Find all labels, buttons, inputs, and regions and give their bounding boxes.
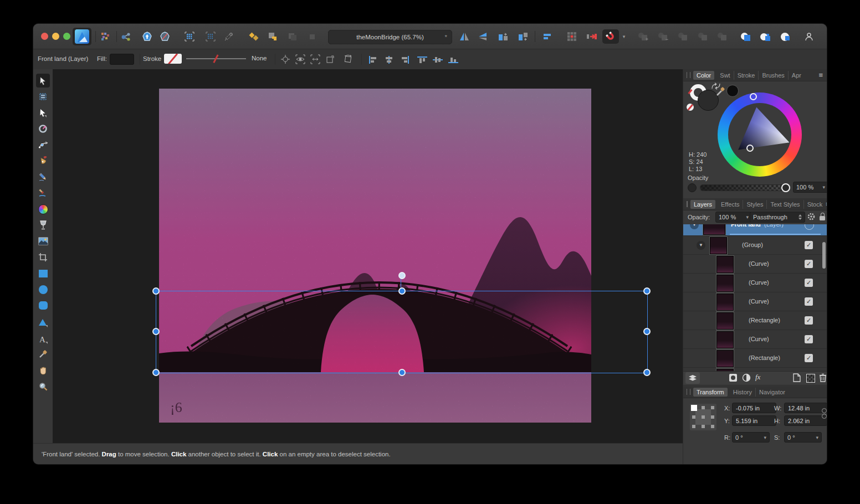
tab-swatches[interactable]: Swt bbox=[716, 71, 734, 80]
cycle-selection-box-icon[interactable] bbox=[279, 53, 292, 65]
close-button[interactable] bbox=[41, 33, 48, 40]
layer-thumbnail[interactable] bbox=[716, 331, 734, 348]
free-transform-icon[interactable] bbox=[221, 29, 237, 44]
rotation-select[interactable]: 0 °▾ bbox=[732, 432, 770, 443]
panel-menu-icon[interactable]: ≡ bbox=[826, 200, 827, 208]
layer-row[interactable]: (Curve) ✓ bbox=[683, 292, 827, 311]
opacity-swatch[interactable] bbox=[688, 183, 697, 192]
fill-swatch[interactable] bbox=[110, 54, 134, 65]
node-tool[interactable] bbox=[36, 106, 50, 120]
tab-brushes[interactable]: Brushes bbox=[759, 71, 788, 80]
color-picker-tool[interactable] bbox=[36, 347, 50, 361]
selection-handle-bottom-right[interactable] bbox=[643, 369, 651, 376]
align-middle-icon[interactable] bbox=[431, 53, 444, 65]
rounded-rectangle-tool[interactable] bbox=[36, 299, 50, 312]
insert-inside-icon[interactable] bbox=[777, 29, 794, 44]
forward-one-icon[interactable] bbox=[304, 29, 320, 44]
layer-row[interactable]: (Rectangle) ✓ bbox=[683, 349, 827, 368]
selection-bounds[interactable] bbox=[156, 291, 648, 373]
layer-row[interactable]: (Curve) ✓ bbox=[683, 255, 827, 274]
color-fill-tool[interactable] bbox=[36, 202, 50, 216]
layer-visibility-checkbox[interactable]: ✓ bbox=[805, 260, 813, 268]
y-field[interactable]: 5.159 in bbox=[732, 415, 776, 426]
boolean-add-icon[interactable]: + bbox=[634, 29, 651, 44]
h-field[interactable]: 2.062 in bbox=[784, 415, 827, 426]
selection-handle-mid-right[interactable] bbox=[643, 328, 651, 335]
transparency-tool[interactable] bbox=[36, 218, 50, 232]
share-nodes-icon[interactable] bbox=[117, 29, 134, 44]
minimize-button[interactable] bbox=[52, 33, 59, 40]
anchor-point-selector[interactable] bbox=[690, 404, 716, 430]
layers-opacity-select[interactable]: 100 % ▾ bbox=[715, 212, 752, 223]
panel-grip[interactable] bbox=[687, 201, 688, 207]
opacity-slider[interactable] bbox=[700, 184, 787, 191]
rectangle-tool[interactable] bbox=[36, 266, 50, 280]
hue-selector[interactable] bbox=[750, 93, 757, 100]
zoom-tool[interactable] bbox=[36, 379, 50, 393]
selection-handle-top-left[interactable] bbox=[152, 287, 160, 295]
vector-brush-tool[interactable] bbox=[36, 186, 50, 200]
move-whole-pixels-icon[interactable] bbox=[583, 29, 600, 44]
alignment-icon[interactable] bbox=[539, 29, 556, 44]
zoom-button[interactable] bbox=[63, 33, 70, 40]
boolean-subtract-icon[interactable]: − bbox=[654, 29, 671, 44]
rotate-selection-icon[interactable] bbox=[341, 53, 355, 65]
boolean-divide-icon[interactable] bbox=[694, 29, 711, 44]
blend-mode-select[interactable]: Passthrough bbox=[750, 212, 805, 223]
layer-stack-icon[interactable] bbox=[685, 372, 700, 384]
tab-appearance[interactable]: Apr bbox=[789, 71, 805, 80]
insert-on-top-icon[interactable] bbox=[264, 29, 281, 44]
selection-handle-bottom-left[interactable] bbox=[152, 369, 160, 376]
tab-text-styles[interactable]: Text Styles bbox=[767, 200, 803, 209]
opacity-slider-handle[interactable] bbox=[781, 183, 790, 192]
layer-row-selected[interactable]: ▼ Front land (Layer) bbox=[683, 224, 827, 236]
crop-tool[interactable] bbox=[36, 250, 50, 264]
tab-styles[interactable]: Styles bbox=[743, 200, 767, 209]
layer-visibility-checkbox[interactable]: ✓ bbox=[805, 335, 813, 343]
new-layer-icon[interactable] bbox=[793, 373, 801, 382]
delete-layer-trash-icon[interactable] bbox=[819, 373, 827, 382]
point-transform-tool[interactable] bbox=[36, 122, 50, 136]
place-image-tool[interactable] bbox=[36, 234, 50, 248]
tab-stroke[interactable]: Stroke bbox=[734, 71, 759, 80]
opacity-value-select[interactable]: 100 % ▾ bbox=[793, 182, 827, 193]
layer-thumbnail[interactable] bbox=[703, 224, 725, 235]
scale-with-object-icon[interactable] bbox=[309, 53, 322, 65]
align-center-icon[interactable] bbox=[382, 53, 395, 65]
swatch-grid-icon[interactable] bbox=[97, 29, 114, 44]
rotation-handle[interactable] bbox=[398, 272, 406, 279]
selection-handle-top-center[interactable] bbox=[398, 287, 406, 295]
view-hand-tool[interactable] bbox=[36, 363, 50, 377]
layer-thumbnail[interactable] bbox=[716, 294, 734, 311]
tab-stock[interactable]: Stock bbox=[804, 200, 826, 209]
back-one-icon[interactable] bbox=[284, 29, 301, 44]
layer-row[interactable]: (Rectangle) ✓ bbox=[683, 311, 827, 330]
selection-handle-top-right[interactable] bbox=[643, 287, 651, 295]
pencil-tool[interactable] bbox=[36, 170, 50, 184]
anchor-top-left-selected[interactable] bbox=[691, 405, 697, 411]
shear-select[interactable]: 0 °▾ bbox=[784, 432, 822, 443]
layers-scrollbar[interactable] bbox=[822, 242, 826, 269]
show-selection-icon[interactable] bbox=[294, 53, 307, 65]
panel-grip[interactable] bbox=[687, 389, 690, 395]
document-title[interactable]: theMoonBridge (65.7%) * bbox=[328, 30, 452, 44]
corner-tool[interactable] bbox=[36, 138, 50, 152]
layer-effects-fx-icon[interactable]: fx bbox=[755, 373, 760, 382]
adjustment-layer-icon[interactable] bbox=[742, 373, 751, 382]
layer-visibility-checkbox[interactable]: ✓ bbox=[805, 297, 813, 306]
tab-effects[interactable]: Effects bbox=[718, 200, 743, 209]
align-bottom-icon[interactable] bbox=[446, 53, 459, 65]
x-field[interactable]: -0.075 in bbox=[732, 403, 776, 413]
text-tool[interactable]: A bbox=[36, 332, 50, 346]
triangle-tool[interactable] bbox=[36, 316, 50, 330]
lock-icon[interactable] bbox=[820, 216, 825, 220]
layer-visibility-checkbox[interactable]: ✓ bbox=[805, 354, 813, 362]
stroke-swatch[interactable] bbox=[164, 54, 182, 64]
link-dimensions-icon[interactable] bbox=[822, 408, 827, 419]
layer-thumbnail[interactable] bbox=[716, 275, 734, 292]
pasteboard[interactable]: ¡6 bbox=[53, 69, 683, 443]
layer-edit-icon[interactable] bbox=[805, 224, 814, 230]
color-wheel[interactable] bbox=[718, 92, 802, 177]
layer-settings-gear-icon[interactable] bbox=[806, 212, 816, 222]
flip-vertical-icon[interactable] bbox=[475, 29, 492, 44]
